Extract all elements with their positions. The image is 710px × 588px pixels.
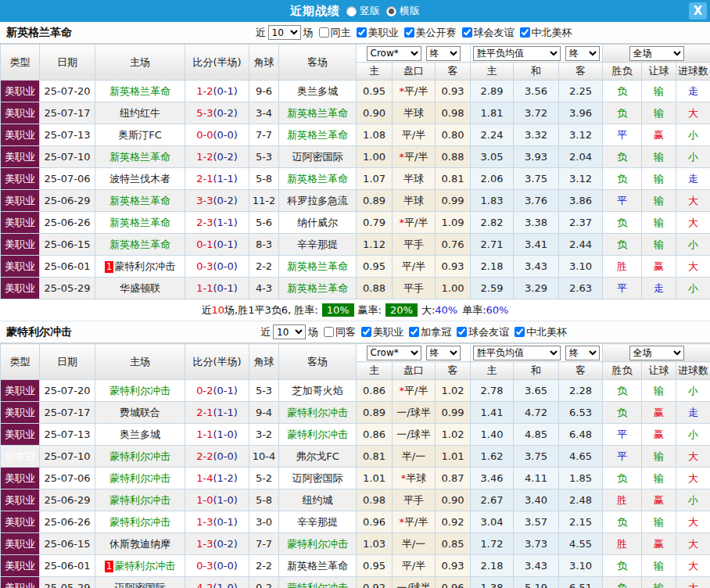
cover-rate-label: 赢率: xyxy=(358,303,382,317)
avg-odds-select[interactable]: 胜平负均值 xyxy=(473,346,561,360)
handicap-cell: 一/球半 xyxy=(393,577,436,588)
result-goals-cell: 大 xyxy=(676,555,710,577)
match-row: 美职业25-06-26蒙特利尔冲击1-3(0-1)3-0辛辛那提0.96*平/半… xyxy=(1,511,710,533)
match-row: 美职业25-07-13奥兰多城1-1(1-0)3-2蒙特利尔冲击0.86一/球半… xyxy=(1,424,710,446)
away-odds-cell: 0.80 xyxy=(436,124,471,146)
avg-draw-cell: 3.75 xyxy=(514,168,559,190)
home-odds-cell: 1.12 xyxy=(357,234,393,256)
avg-odds-select[interactable]: 胜平负均值 xyxy=(473,46,561,61)
league-1-checkbox[interactable] xyxy=(409,327,419,337)
home-team-cell: 新英格兰革命 xyxy=(95,212,185,234)
handicap-cell: 平/半 xyxy=(393,555,436,577)
same-venue-checkbox[interactable] xyxy=(324,327,334,337)
scope-select[interactable]: 全场 xyxy=(629,46,684,61)
sub-column-header: 客 xyxy=(559,63,603,81)
league-0-checkbox[interactable] xyxy=(361,327,371,337)
games-count-select[interactable]: 10 xyxy=(268,25,301,40)
radio-checked-icon[interactable] xyxy=(386,6,396,16)
result-handicap-cell: 输 xyxy=(642,511,676,533)
home-odds-cell: 0.86 xyxy=(357,424,393,446)
avg-time-select[interactable]: 终 xyxy=(565,46,600,61)
bookmaker-select[interactable]: Crow* xyxy=(367,346,421,360)
result-wdl-cell: 平 xyxy=(603,190,642,212)
corners-cell: 8-3 xyxy=(249,234,279,256)
column-header: 日期 xyxy=(40,45,95,81)
away-team-cell: 新英格兰革命 xyxy=(279,168,357,190)
competition-cell: 美职业 xyxy=(1,555,40,577)
home-odds-cell: 0.89 xyxy=(357,190,393,212)
match-row: 美职业25-07-06波特兰伐木者2-1(1-1)5-8新英格兰革命1.07半球… xyxy=(1,168,710,190)
avg-draw-cell: 3.41 xyxy=(514,234,559,256)
result-goals-cell: 走 xyxy=(676,402,710,424)
score-cell: 0-2(0-1) xyxy=(185,380,249,402)
date-cell: 25-05-29 xyxy=(40,278,95,299)
column-header: 角球 xyxy=(249,344,279,380)
games-count-select[interactable]: 10 xyxy=(273,324,306,339)
halftime-score: (0-1) xyxy=(213,282,237,294)
match-row: 美职业25-06-15休斯敦迪纳摩1-3(0-2)7-7蒙特利尔冲击1.03半/… xyxy=(1,533,710,555)
league-2-checkbox[interactable] xyxy=(462,27,472,38)
match-row: 美职业25-06-15新英格兰革命0-1(0-1)8-3辛辛那提1.12平手0.… xyxy=(1,234,710,256)
result-wdl-cell: 负 xyxy=(603,402,642,424)
away-odds-cell: 0.93 xyxy=(436,256,471,278)
layout-vertical-option[interactable]: 竖版 xyxy=(346,4,380,18)
result-handicap-cell: 输 xyxy=(642,102,676,124)
away-team-cell: 迈阿密国际 xyxy=(279,468,357,489)
fulltime-score: 2-1 xyxy=(196,173,213,185)
date-cell: 25-07-17 xyxy=(40,402,95,424)
radio-unchecked-icon[interactable] xyxy=(346,6,357,16)
result-wdl-cell: 平 xyxy=(603,278,642,299)
same-venue-checkbox[interactable] xyxy=(319,27,329,38)
away-odds-cell: 1.09 xyxy=(436,212,471,234)
odds-time-select[interactable]: 终 xyxy=(426,346,461,360)
avg-draw-cell: 3.43 xyxy=(514,256,559,278)
league-2-checkbox[interactable] xyxy=(457,327,467,337)
scope-select[interactable]: 全场 xyxy=(629,346,684,360)
fulltime-score: 1-4 xyxy=(196,472,213,484)
corners-cell: 4-3 xyxy=(249,278,279,299)
scope-group-header: 全场 xyxy=(603,344,710,362)
layout-horizontal-option[interactable]: 横版 xyxy=(386,4,420,18)
close-icon[interactable]: X xyxy=(689,2,707,20)
home-team-cell: 新英格兰革命 xyxy=(95,234,185,256)
odds-time-select[interactable]: 终 xyxy=(426,46,461,61)
score-cell: 0-3(0-0) xyxy=(185,555,249,577)
competition-cell: 美职业 xyxy=(1,256,40,278)
away-team-cell: 奥兰多城 xyxy=(279,81,357,102)
avg-group-header: 胜平负均值终 xyxy=(471,344,603,362)
avg-away-cell: 2.25 xyxy=(559,81,603,102)
result-wdl-cell: 负 xyxy=(603,234,642,256)
league-3-checkbox[interactable] xyxy=(515,327,525,337)
home-odds-cell: 0.96 xyxy=(357,511,393,533)
section-filter-bar: 新英格兰革命近10场同主美职业美公开赛球会友谊中北美杯 xyxy=(0,22,710,44)
avg-away-cell: 1.85 xyxy=(559,468,603,489)
avg-draw-cell: 3.75 xyxy=(514,446,559,468)
halftime-score: (1-1) xyxy=(213,407,237,418)
date-cell: 25-06-29 xyxy=(40,489,95,511)
result-goals-cell: 大 xyxy=(676,190,710,212)
result-wdl-cell: 负 xyxy=(603,212,642,234)
avg-home-cell: 2.82 xyxy=(471,212,514,234)
league-0-checkbox[interactable] xyxy=(357,27,367,38)
handicap-cell: *平/半 xyxy=(393,146,436,168)
avg-time-select[interactable]: 终 xyxy=(565,346,600,360)
sub-column-header: 客 xyxy=(436,362,471,380)
score-cell: 0-0(0-0) xyxy=(185,124,249,146)
sections-container: 新英格兰革命近10场同主美职业美公开赛球会友谊中北美杯类型日期主场比分(半场)角… xyxy=(0,22,710,588)
away-odds-cell: 0.93 xyxy=(436,555,471,577)
handicap-cell: 平手 xyxy=(393,489,436,511)
handicap-cell: 一/球半 xyxy=(393,402,436,424)
avg-draw-cell: 3.57 xyxy=(514,511,559,533)
away-team-cell: 辛辛那提 xyxy=(279,511,357,533)
bookmaker-select[interactable]: Crow* xyxy=(367,46,421,61)
competition-cell: 美职业 xyxy=(1,511,40,533)
date-cell: 25-06-15 xyxy=(40,234,95,256)
halftime-score: (0-2) xyxy=(213,195,237,206)
competition-cell: 美职业 xyxy=(1,533,40,555)
league-1-checkbox[interactable] xyxy=(404,27,414,38)
score-cell: 2-1(1-1) xyxy=(185,168,249,190)
league-3-checkbox[interactable] xyxy=(520,27,530,38)
score-cell: 1-0(1-0) xyxy=(185,489,249,511)
avg-away-cell: 3.96 xyxy=(559,102,603,124)
away-team-cell: 弗尔戈FC xyxy=(279,446,357,468)
